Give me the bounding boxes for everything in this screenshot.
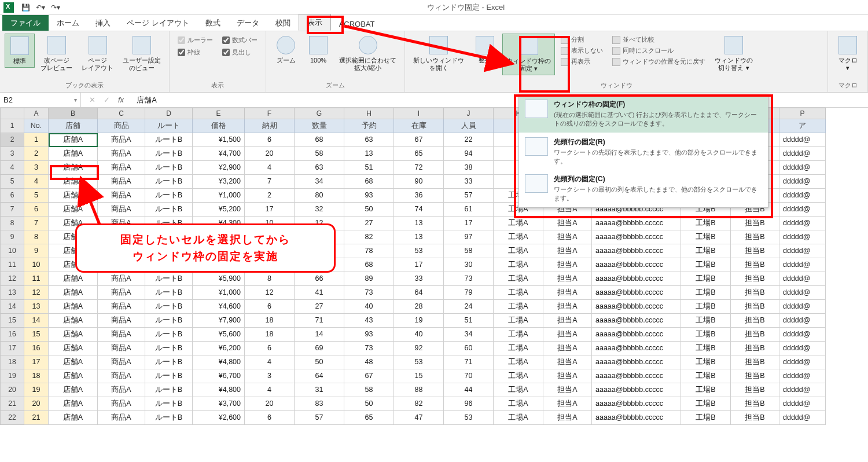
cell[interactable]: 31 <box>295 383 344 397</box>
cell[interactable]: ルートB <box>145 355 193 369</box>
tab-formulas[interactable]: 数式 <box>197 15 229 31</box>
cell[interactable]: ルート <box>145 119 193 133</box>
cell[interactable]: 担当A <box>543 369 592 383</box>
cell[interactable]: 人員 <box>444 119 494 133</box>
cell[interactable]: 3 <box>24 161 49 175</box>
col-header-J[interactable]: J <box>444 108 494 119</box>
cell[interactable]: 17 <box>245 203 295 217</box>
tab-file[interactable]: ファイル <box>2 15 49 31</box>
cell[interactable]: 商品A <box>98 328 145 342</box>
cell[interactable]: 担当A <box>543 286 592 300</box>
cell[interactable]: ルートB <box>145 133 193 147</box>
cell[interactable]: 商品A <box>98 397 145 411</box>
cell[interactable]: 工場A <box>494 272 543 286</box>
cell[interactable]: 14 <box>295 328 344 342</box>
cell[interactable]: 28 <box>394 300 444 314</box>
cell[interactable]: 担当A <box>543 314 592 328</box>
cell[interactable]: 店舗A <box>49 133 98 147</box>
cell[interactable]: 担当B <box>731 355 779 369</box>
row-header[interactable]: 20 <box>0 383 24 397</box>
cell[interactable]: 53 <box>394 244 444 258</box>
cell[interactable]: 店舗A <box>49 203 98 217</box>
cell[interactable]: 工場B <box>681 217 731 230</box>
cell[interactable]: 商品A <box>98 355 145 369</box>
cell[interactable]: 17 <box>394 258 444 272</box>
cell[interactable]: ¥6,700 <box>193 369 245 383</box>
tab-view[interactable]: 表示 <box>299 14 331 31</box>
cell[interactable]: 工場A <box>494 411 543 425</box>
cell[interactable]: 工場B <box>681 244 731 258</box>
cell[interactable]: 商品A <box>98 203 145 217</box>
col-header-E[interactable]: E <box>193 108 245 119</box>
cell[interactable]: ddddd@ <box>779 286 826 300</box>
cell[interactable]: aaaaa@bbbbb.ccccc <box>592 244 681 258</box>
cell[interactable]: 店舗A <box>49 397 98 411</box>
cell[interactable]: ¥4,700 <box>193 147 245 161</box>
cell[interactable]: 32 <box>295 203 344 217</box>
cell[interactable]: 担当A <box>543 244 592 258</box>
switch-window-button[interactable]: ウィンドウの 切り替え ▾ <box>711 34 756 74</box>
cell[interactable]: 担当A <box>543 300 592 314</box>
cell[interactable]: aaaaa@bbbbb.ccccc <box>592 328 681 342</box>
cell[interactable]: 工場A <box>494 328 543 342</box>
freeze-top-row-item[interactable]: 先頭行の固定(R)ワークシートの先頭行を表示したままで、他の部分をスクロールでき… <box>519 133 768 170</box>
tab-insert[interactable]: 挿入 <box>87 15 119 31</box>
cell[interactable]: 64 <box>295 369 344 383</box>
row-header[interactable]: 3 <box>0 147 24 161</box>
cell[interactable]: ルートB <box>145 189 193 203</box>
check-ruler[interactable]: ルーラー <box>178 36 213 45</box>
cell[interactable]: 工場B <box>681 314 731 328</box>
cell[interactable]: aaaaa@bbbbb.ccccc <box>592 383 681 397</box>
cell[interactable]: 担当A <box>543 397 592 411</box>
cell[interactable]: 48 <box>344 355 394 369</box>
cell[interactable]: ddddd@ <box>779 258 826 272</box>
cell[interactable]: aaaaa@bbbbb.ccccc <box>592 397 681 411</box>
cell[interactable]: ¥4,600 <box>193 300 245 314</box>
cell[interactable]: 60 <box>444 342 494 355</box>
undo-icon[interactable]: ↶▾ <box>36 3 45 12</box>
cell[interactable]: aaaaa@bbbbb.ccccc <box>592 355 681 369</box>
cell[interactable]: 工場A <box>494 314 543 328</box>
cell[interactable]: 27 <box>295 300 344 314</box>
row-header[interactable]: 16 <box>0 328 24 342</box>
cell[interactable]: 7 <box>24 217 49 230</box>
cell[interactable]: 17 <box>444 217 494 230</box>
cell[interactable]: No. <box>24 119 49 133</box>
cell[interactable]: 工場B <box>681 369 731 383</box>
cell[interactable]: 工場A <box>494 258 543 272</box>
cell[interactable]: 工場B <box>681 342 731 355</box>
check-gridlines[interactable]: 枠線 <box>178 48 213 57</box>
cell[interactable]: 21 <box>24 411 49 425</box>
new-window-button[interactable]: 新しいウィンドウ を開く <box>410 34 468 74</box>
cell[interactable]: 10 <box>24 258 49 272</box>
cell[interactable]: 33 <box>394 272 444 286</box>
cell[interactable]: 9 <box>24 244 49 258</box>
cell[interactable]: ルートB <box>145 369 193 383</box>
cell[interactable]: 50 <box>295 355 344 369</box>
view-normal-button[interactable]: 標準 <box>5 34 35 68</box>
cell[interactable]: 71 <box>444 355 494 369</box>
cell[interactable]: 94 <box>444 147 494 161</box>
cell[interactable]: 店舗A <box>49 355 98 369</box>
cell[interactable]: 担当A <box>543 230 592 244</box>
cell[interactable]: aaaaa@bbbbb.ccccc <box>592 258 681 272</box>
cell[interactable]: 工場A <box>494 383 543 397</box>
cell[interactable]: ルートB <box>145 342 193 355</box>
cell[interactable]: 24 <box>444 300 494 314</box>
cell[interactable]: ddddd@ <box>779 369 826 383</box>
freeze-first-col-item[interactable]: 先頭列の固定(C)ワークシートの最初の列を表示したままで、他の部分をスクロールで… <box>519 170 768 207</box>
tab-review[interactable]: 校閲 <box>267 15 299 31</box>
cell[interactable]: 33 <box>444 175 494 189</box>
cell[interactable]: 店舗A <box>49 175 98 189</box>
cell[interactable]: 工場A <box>494 397 543 411</box>
cell[interactable]: 50 <box>344 203 394 217</box>
cell[interactable]: 16 <box>24 342 49 355</box>
cell[interactable]: aaaaa@bbbbb.ccccc <box>592 342 681 355</box>
cell[interactable]: 工場A <box>494 217 543 230</box>
cell[interactable]: ルートB <box>145 161 193 175</box>
cell[interactable]: 担当B <box>731 369 779 383</box>
col-header-C[interactable]: C <box>98 108 145 119</box>
redo-icon[interactable]: ↷▾ <box>51 3 60 12</box>
cell[interactable]: 商品A <box>98 175 145 189</box>
cell[interactable]: ルートB <box>145 411 193 425</box>
